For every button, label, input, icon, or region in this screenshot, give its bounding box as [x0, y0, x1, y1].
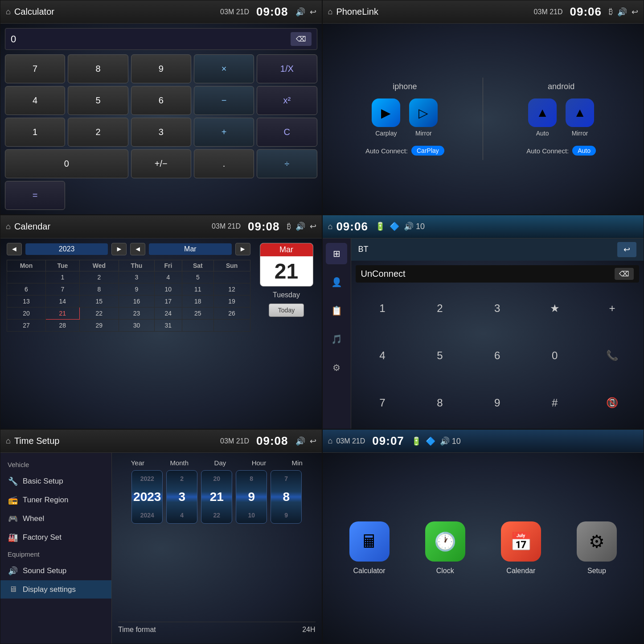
- sound-setup-item[interactable]: 🔊 Sound Setup: [0, 562, 111, 580]
- setup-app-icon[interactable]: ⚙: [577, 521, 617, 562]
- table-row[interactable]: [7, 271, 46, 283]
- table-row[interactable]: 15: [79, 295, 119, 307]
- back-icon[interactable]: ↩: [632, 7, 638, 17]
- cal-month-next[interactable]: ►: [235, 243, 250, 255]
- calc-btn-reciprocal[interactable]: 1/X: [257, 54, 317, 83]
- bt-backspace-button[interactable]: ⌫: [615, 268, 634, 280]
- bt-key-hash[interactable]: #: [528, 381, 582, 425]
- calc-btn-add[interactable]: +: [194, 118, 254, 147]
- bt-return-button[interactable]: ↩: [617, 242, 636, 257]
- table-row[interactable]: 4: [154, 271, 182, 283]
- calc-btn-5[interactable]: 5: [68, 86, 128, 115]
- calculator-app-icon[interactable]: 🖩: [349, 521, 390, 562]
- table-row[interactable]: 9: [119, 283, 155, 295]
- calendar-app-icon[interactable]: 📅: [501, 521, 541, 562]
- bt-sidebar-dialpad[interactable]: ⊞: [326, 243, 347, 264]
- display-settings-item[interactable]: 🖥 Display settings: [0, 580, 111, 599]
- table-row[interactable]: 1: [46, 271, 80, 283]
- bt-key-5[interactable]: 5: [413, 334, 467, 377]
- auto-icon[interactable]: ▲: [528, 98, 557, 127]
- back-icon[interactable]: ↩: [310, 7, 316, 17]
- wheel-item[interactable]: 🎮 Wheel: [0, 509, 111, 528]
- bt-sidebar-contacts[interactable]: 👤: [326, 271, 347, 293]
- bt-key-4[interactable]: 4: [356, 334, 410, 377]
- calc-btn-4[interactable]: 4: [5, 86, 65, 115]
- bt-key-0[interactable]: 0: [528, 334, 582, 377]
- calc-btn-square[interactable]: x²: [257, 86, 317, 115]
- tuner-region-item[interactable]: 📻 Tuner Region: [0, 491, 111, 509]
- clock-app-icon[interactable]: 🕐: [425, 521, 465, 562]
- factory-set-item[interactable]: 🏭 Factory Set: [0, 528, 111, 547]
- calc-backspace-button[interactable]: ⌫: [291, 32, 312, 46]
- calc-btn-decimal[interactable]: .: [194, 149, 254, 178]
- table-row[interactable]: 19: [213, 295, 250, 307]
- back-icon[interactable]: ↩: [310, 436, 316, 446]
- basic-setup-item[interactable]: 🔧 Basic Setup: [0, 472, 111, 491]
- table-row[interactable]: 18: [182, 295, 213, 307]
- table-row[interactable]: 8: [79, 283, 119, 295]
- table-row[interactable]: 23: [119, 307, 155, 319]
- year-drum[interactable]: 2022 2023 2024: [131, 470, 163, 524]
- bt-sidebar-recents[interactable]: 📋: [326, 300, 347, 321]
- android-mirror-icon[interactable]: ▲: [566, 98, 594, 127]
- table-row[interactable]: 28: [46, 319, 80, 331]
- calc-btn-1[interactable]: 1: [5, 118, 65, 147]
- calc-btn-posneg[interactable]: +/−: [131, 149, 191, 178]
- month-drum[interactable]: 2 3 4: [166, 470, 197, 524]
- table-row[interactable]: 7: [46, 283, 80, 295]
- table-row[interactable]: 27: [7, 319, 46, 331]
- carplay-icon[interactable]: ▶: [372, 98, 400, 127]
- bt-sidebar-music[interactable]: 🎵: [326, 328, 347, 350]
- table-row[interactable]: 20: [7, 307, 46, 319]
- clock-app[interactable]: 🕐 Clock: [425, 521, 465, 575]
- carplay-app[interactable]: ▶ Carplay: [372, 98, 400, 137]
- bt-hangup-button[interactable]: 📵: [585, 381, 639, 425]
- hour-drum[interactable]: 8 9 10: [236, 470, 267, 524]
- calc-btn-3[interactable]: 3: [131, 118, 191, 147]
- table-row[interactable]: 25: [182, 307, 213, 319]
- calc-btn-clear[interactable]: C: [257, 118, 317, 147]
- bt-key-8[interactable]: 8: [413, 381, 467, 425]
- calc-btn-7[interactable]: 7: [5, 54, 65, 83]
- table-row[interactable]: 24: [154, 307, 182, 319]
- bt-call-button[interactable]: 📞: [585, 334, 639, 377]
- auto-app[interactable]: ▲ Auto: [528, 98, 557, 137]
- table-row[interactable]: 3: [119, 271, 155, 283]
- table-row[interactable]: 29: [79, 319, 119, 331]
- table-row[interactable]: 2: [79, 271, 119, 283]
- calendar-app[interactable]: 📅 Calendar: [501, 521, 541, 575]
- calculator-app[interactable]: 🖩 Calculator: [349, 521, 390, 575]
- bt-key-2[interactable]: 2: [413, 287, 467, 331]
- table-row[interactable]: 10: [154, 283, 182, 295]
- table-row[interactable]: 13: [7, 295, 46, 307]
- bt-key-3[interactable]: 3: [470, 287, 524, 331]
- table-row[interactable]: 17: [154, 295, 182, 307]
- table-row-today[interactable]: 21: [46, 307, 80, 319]
- calc-btn-9[interactable]: 9: [131, 54, 191, 83]
- table-row[interactable]: 31: [154, 319, 182, 331]
- table-row[interactable]: 30: [119, 319, 155, 331]
- table-row[interactable]: 11: [182, 283, 213, 295]
- table-row[interactable]: 12: [213, 283, 250, 295]
- bt-key-star[interactable]: ★: [528, 287, 582, 331]
- calc-btn-8[interactable]: 8: [68, 54, 128, 83]
- min-drum[interactable]: 7 8 9: [271, 470, 302, 524]
- bt-key-6[interactable]: 6: [470, 334, 524, 377]
- table-row[interactable]: 26: [213, 307, 250, 319]
- calc-btn-equals[interactable]: =: [5, 181, 65, 210]
- day-drum[interactable]: 20 21 22: [201, 470, 232, 524]
- cal-year-prev[interactable]: ◄: [7, 243, 22, 255]
- bt-key-plus[interactable]: +: [585, 287, 639, 331]
- iphone-mirror-icon[interactable]: ▷: [409, 98, 438, 127]
- android-auto-badge[interactable]: Auto: [572, 146, 596, 156]
- table-row[interactable]: 14: [46, 295, 80, 307]
- calc-btn-divide[interactable]: ÷: [257, 149, 317, 178]
- calc-btn-6[interactable]: 6: [131, 86, 191, 115]
- iphone-auto-badge[interactable]: CarPlay: [411, 146, 444, 156]
- cal-today-button[interactable]: Today: [269, 304, 304, 317]
- bt-key-1[interactable]: 1: [356, 287, 410, 331]
- table-row[interactable]: 22: [79, 307, 119, 319]
- calc-btn-2[interactable]: 2: [68, 118, 128, 147]
- calc-btn-0[interactable]: 0: [5, 149, 128, 178]
- iphone-mirror-app[interactable]: ▷ Mirror: [409, 98, 438, 137]
